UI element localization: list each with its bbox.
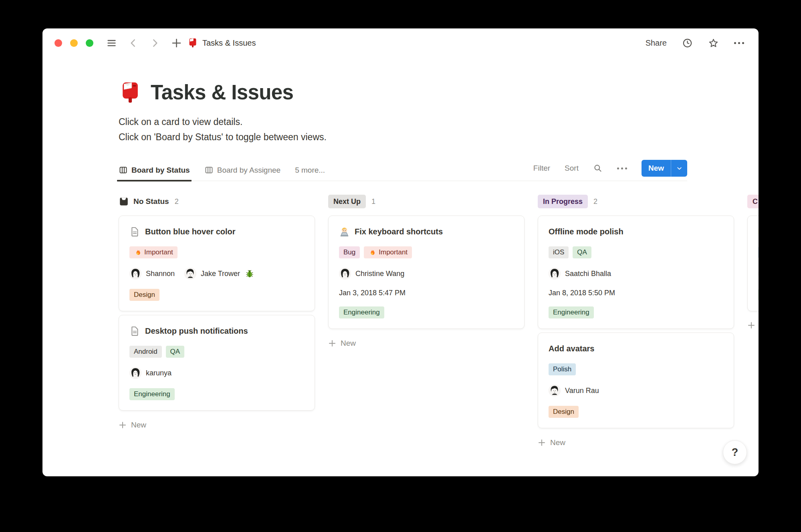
tag-qa[interactable]: QA [573, 246, 591, 258]
avatar [758, 268, 759, 280]
new-button[interactable]: New [642, 160, 687, 177]
column-header[interactable]: No Status 2 [119, 194, 315, 209]
tag[interactable]: E [758, 289, 759, 301]
tag-design[interactable]: Design [129, 289, 159, 301]
due-date: Jan 3, 2018 5:47 PM [339, 289, 514, 297]
assignee[interactable]: Christine Wang [339, 268, 404, 280]
column-clipped: C Re P E [747, 194, 759, 329]
board-icon [119, 165, 128, 175]
column-header[interactable]: Next Up 1 [328, 194, 525, 209]
assignee[interactable]: karunya [129, 367, 171, 379]
column-header[interactable]: In Progress 2 [538, 194, 734, 209]
tag-ios[interactable]: iOS [549, 246, 569, 258]
page-icon [129, 326, 140, 337]
avatar [184, 268, 196, 280]
column-count: 1 [371, 197, 375, 206]
page-icon [129, 226, 140, 237]
technologist-icon [339, 226, 350, 237]
column-no-status: No Status 2 Button blue hover color Impo… [119, 194, 315, 429]
sidebar-toggle-icon[interactable] [106, 38, 117, 48]
due-date: Jan 8, 2018 5:50 PM [549, 289, 723, 297]
column-header[interactable]: C [747, 194, 759, 209]
fire-icon [134, 249, 141, 256]
sort-button[interactable]: Sort [565, 164, 579, 173]
window-zoom-button[interactable] [86, 39, 93, 47]
window-titlebar: Tasks & Issues Share [42, 28, 759, 57]
description-line: Click on a card to view details. [119, 114, 687, 129]
avatar [549, 385, 561, 397]
task-card[interactable]: Desktop push notifications Android QA ka… [119, 315, 315, 411]
new-tab-plus-icon[interactable] [171, 38, 182, 48]
nav-forward-icon[interactable] [149, 38, 160, 48]
page-title: Tasks & Issues [151, 81, 293, 104]
task-card[interactable]: Offline mode polish iOS QA Saatchi Bhall… [538, 216, 734, 329]
add-card-button[interactable]: New [538, 438, 734, 447]
nav-back-icon[interactable] [128, 38, 139, 48]
updates-clock-icon[interactable] [682, 38, 693, 48]
beetle-icon [245, 269, 254, 278]
assignee[interactable]: Shannon [129, 268, 175, 280]
page-description: Click on a card to view details. Click o… [119, 114, 687, 145]
tag-bug[interactable]: Bug [339, 246, 360, 258]
task-card[interactable]: Add avatars Polish Varun Rau Design [538, 332, 734, 428]
assignee[interactable] [758, 268, 759, 280]
assignee[interactable]: Jake Trower [184, 268, 254, 280]
column-count: 2 [175, 197, 179, 206]
description-line: Click on 'Board by Status' to toggle bet… [119, 129, 687, 145]
plus-icon [747, 321, 755, 329]
view-options-icon[interactable] [617, 167, 627, 169]
avatar [129, 367, 141, 379]
postbox-icon[interactable] [119, 81, 142, 104]
tag-important[interactable]: Important [129, 246, 178, 258]
tag-engineering[interactable]: Engineering [549, 306, 594, 318]
window-title: Tasks & Issues [202, 38, 256, 48]
tag-engineering[interactable]: Engineering [339, 306, 384, 318]
avatar [129, 268, 141, 280]
tag-qa[interactable]: QA [166, 346, 185, 358]
assignee[interactable]: Varun Rau [549, 385, 599, 397]
plus-icon [538, 439, 546, 447]
avatar [549, 268, 561, 280]
task-card[interactable]: Fix keyboard shortcuts Bug Important Chr… [328, 216, 525, 329]
favorite-star-icon[interactable] [708, 38, 719, 48]
traffic-lights [54, 39, 93, 47]
tag-engineering[interactable]: Engineering [129, 388, 175, 400]
notion-window: Tasks & Issues Share Tasks & Issues Clic… [42, 28, 759, 476]
board-icon [204, 165, 214, 175]
window-close-button[interactable] [54, 39, 62, 47]
tag[interactable]: P [758, 246, 759, 258]
assignee[interactable]: Saatchi Bhalla [549, 268, 611, 280]
tab-board-by-status[interactable]: Board by Status [119, 165, 190, 181]
tab-more-views[interactable]: 5 more... [295, 166, 325, 181]
task-card[interactable]: Re P E [747, 216, 759, 311]
plus-icon [328, 339, 336, 347]
column-count: 2 [593, 197, 597, 206]
postbox-icon [188, 38, 198, 48]
add-card-button[interactable]: New [328, 339, 525, 348]
plus-icon [119, 421, 127, 429]
breadcrumb[interactable]: Tasks & Issues [188, 38, 256, 48]
no-status-icon [119, 196, 129, 207]
column-in-progress: In Progress 2 Offline mode polish iOS QA… [538, 194, 734, 447]
filter-button[interactable]: Filter [533, 164, 550, 173]
avatar [339, 268, 351, 280]
help-button[interactable]: ? [723, 440, 747, 464]
tag-design[interactable]: Design [549, 406, 579, 418]
tag-polish[interactable]: Polish [549, 363, 576, 375]
chevron-down-icon[interactable] [671, 160, 687, 177]
window-minimize-button[interactable] [70, 39, 78, 47]
task-card[interactable]: Button blue hover color Important Shanno… [119, 216, 315, 311]
column-next-up: Next Up 1 Fix keyboard shortcuts Bug Imp… [328, 194, 525, 348]
add-card-button[interactable] [747, 321, 759, 329]
search-icon[interactable] [593, 163, 603, 173]
kanban-board: No Status 2 Button blue hover color Impo… [42, 194, 759, 447]
fire-icon [368, 249, 376, 256]
tab-board-by-assignee[interactable]: Board by Assignee [204, 165, 280, 181]
tag-android[interactable]: Android [129, 346, 162, 358]
add-card-button[interactable]: New [119, 421, 315, 429]
share-button[interactable]: Share [646, 38, 667, 48]
more-options-icon[interactable] [734, 42, 744, 44]
tag-important[interactable]: Important [364, 246, 412, 258]
